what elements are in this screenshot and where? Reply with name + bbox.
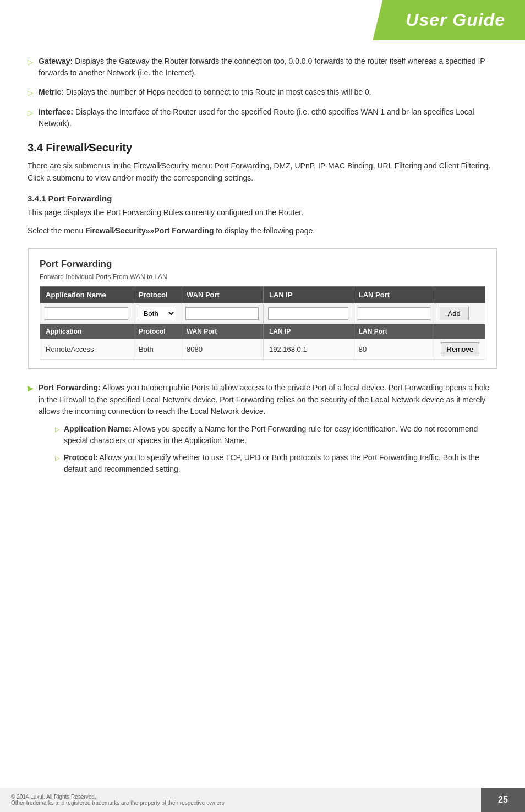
lan-port-input[interactable]: [358, 307, 430, 320]
input-lan-port: [353, 303, 435, 324]
row-lan-ip: 192.168.0.1: [263, 339, 353, 360]
bullet-arrow-icon: ▷: [28, 88, 33, 99]
remove-button[interactable]: Remove: [441, 342, 479, 356]
input-row: Both TCP UDP Add: [40, 303, 485, 324]
dh-action: [435, 324, 485, 339]
lan-ip-input[interactable]: [268, 307, 348, 320]
menu-ref-para: Select the menu Firewall⁄Security»»Port …: [28, 225, 497, 237]
main-bullet-pf: ▶ Port Forwarding: Allows you to open pu…: [28, 382, 497, 481]
input-add-cell: Add: [435, 303, 485, 324]
bullet-interface: ▷ Interface: Displays the Interface of t…: [28, 106, 497, 129]
app-name-input[interactable]: [45, 307, 128, 320]
gateway-label: Gateway:: [39, 57, 73, 66]
header: User Guide: [0, 0, 525, 40]
sub-bullet-appname: ▷ Application Name: Allows you specify a…: [55, 423, 497, 446]
bullet-metric: ▷ Metric: Displays the number of Hops ne…: [28, 86, 497, 99]
col-action: [435, 287, 485, 303]
main-bullets: ▶ Port Forwarding: Allows you to open pu…: [28, 382, 497, 481]
sub-bullet-protocol: ▷ Protocol: Allows you to specify whethe…: [55, 452, 497, 475]
bullet-arrow-icon: ▷: [28, 57, 33, 79]
subsection-para: This page displays the Port Forwarding R…: [28, 206, 497, 219]
row-protocol: Both: [133, 339, 181, 360]
interface-label: Interface:: [39, 107, 73, 116]
row-remove-cell: Remove: [435, 339, 485, 360]
wan-port-input[interactable]: [185, 307, 259, 320]
col-lan-port: LAN Port: [353, 287, 435, 303]
port-forwarding-box: Port Forwarding Forward Individual Ports…: [28, 248, 497, 369]
protocol-text: Allows you to specify whether to use TCP…: [64, 453, 479, 473]
input-lan-ip: [263, 303, 353, 324]
add-button[interactable]: Add: [440, 307, 469, 320]
metric-label: Metric:: [39, 88, 64, 96]
table-row: RemoteAccess Both 8080 192.168.0.1 80 Re…: [40, 339, 485, 360]
row-lan-port: 80: [353, 339, 435, 360]
page-title: User Guide: [406, 10, 505, 30]
footer-trademark: Other trademarks and registered trademar…: [11, 800, 470, 806]
data-header-row: Application Protocol WAN Port LAN IP LAN…: [40, 324, 485, 339]
col-protocol: Protocol: [133, 287, 181, 303]
bullet-arrow-icon: ▷: [28, 107, 33, 129]
input-protocol: Both TCP UDP: [133, 303, 181, 324]
appname-label: Application Name:: [64, 424, 132, 433]
dh-wan-port: WAN Port: [181, 324, 263, 339]
sub-bullet-list: ▷ Application Name: Allows you specify a…: [55, 423, 497, 475]
row-application: RemoteAccess: [40, 339, 133, 360]
dh-lan-port: LAN Port: [353, 324, 435, 339]
header-title-box: User Guide: [373, 0, 525, 40]
bullet-gateway: ▷ Gateway: Displays the Gateway the Rout…: [28, 56, 497, 79]
dh-application: Application: [40, 324, 133, 339]
menu-ref-post: to display the following page.: [214, 226, 315, 235]
main-content: ▷ Gateway: Displays the Gateway the Rout…: [0, 40, 525, 532]
port-forwarding-table: Application Name Protocol WAN Port LAN I…: [40, 286, 485, 360]
menu-ref-pre: Select the menu: [28, 226, 85, 235]
section-heading: 3.4 Firewall⁄Security: [28, 141, 497, 154]
col-app-name: Application Name: [40, 287, 133, 303]
metric-text: Displays the number of Hops needed to co…: [66, 88, 371, 96]
input-app-name: [40, 303, 133, 324]
input-wan-port: [181, 303, 263, 324]
sub-bullet-arrow-icon: ▷: [55, 425, 59, 446]
protocol-select[interactable]: Both TCP UDP: [138, 307, 176, 320]
page-number: 25: [498, 795, 508, 805]
dh-lan-ip: LAN IP: [263, 324, 353, 339]
subsection-heading: 3.4.1 Port Forwarding: [28, 194, 497, 203]
pf-box-title: Port Forwarding: [40, 259, 485, 270]
protocol-label: Protocol:: [64, 453, 97, 462]
main-bullet-pf-content: Port Forwarding: Allows you to open publ…: [39, 382, 497, 481]
pf-text: Allows you to open public Ports to allow…: [39, 383, 489, 416]
main-bullet-icon: ▶: [28, 383, 33, 481]
section-intro: There are six submenus in the Firewall⁄S…: [28, 160, 497, 184]
gateway-text: Displays the Gateway the Router forwards…: [39, 57, 485, 77]
interface-text: Displays the Interface of the Router use…: [39, 107, 474, 128]
footer-copyright: © 2014 Luxul. All Rights Reserved.: [11, 794, 470, 800]
sub-bullet-arrow-icon: ▷: [55, 454, 59, 475]
row-wan-port: 8080: [181, 339, 263, 360]
dh-protocol: Protocol: [133, 324, 181, 339]
col-lan-ip: LAN IP: [263, 287, 353, 303]
pf-label: Port Forwarding:: [39, 383, 101, 392]
col-wan-port: WAN Port: [181, 287, 263, 303]
menu-ref: Firewall⁄Security»»Port Forwarding: [85, 226, 214, 235]
footer-left: © 2014 Luxul. All Rights Reserved. Other…: [0, 788, 481, 812]
footer: © 2014 Luxul. All Rights Reserved. Other…: [0, 788, 525, 812]
pf-subtitle: Forward Individual Ports From WAN to LAN: [40, 273, 485, 281]
footer-right: 25: [481, 788, 525, 812]
